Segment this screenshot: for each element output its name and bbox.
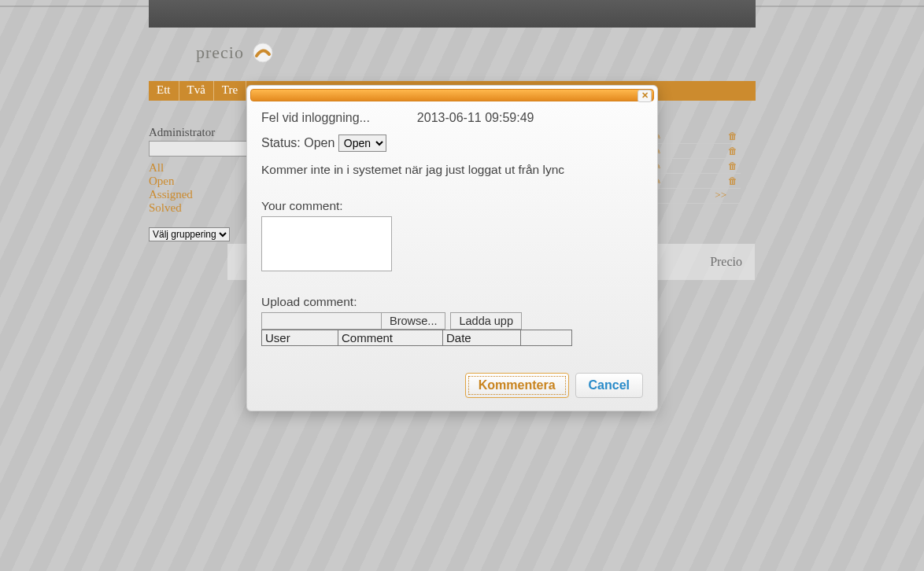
trash-icon[interactable]: 🗑: [728, 160, 737, 171]
ticket-rows-icons: ✎ 🗑 ✎ 🗑 ✎ 🗑 ✎ 🗑 >>: [652, 129, 741, 204]
brand-swirl-icon: [252, 42, 274, 64]
nav-item-tva[interactable]: Två: [179, 81, 214, 101]
grouping-select[interactable]: Välj gruppering: [149, 227, 230, 241]
filter-assigned[interactable]: Assigned: [149, 188, 251, 201]
filter-list: All Open Assigned Solved: [149, 161, 251, 215]
trash-icon[interactable]: 🗑: [728, 146, 737, 157]
status-line: Status: Open Open: [261, 134, 643, 152]
close-icon[interactable]: ✕: [638, 90, 652, 102]
dialog-body: Fel vid inloggning... 2013-06-11 09:59:4…: [247, 101, 657, 346]
th-user: User: [262, 330, 338, 346]
admin-label: Administrator: [149, 126, 251, 139]
cancel-button[interactable]: Cancel: [575, 373, 643, 398]
filter-solved[interactable]: Solved: [149, 201, 251, 215]
filter-all[interactable]: All: [149, 161, 251, 175]
dialog-description: Kommer inte in i systemet när jag just l…: [261, 163, 643, 177]
dialog-button-row: Kommentera Cancel: [465, 373, 643, 398]
pager-next[interactable]: >>: [652, 189, 741, 204]
submit-button[interactable]: Kommentera: [465, 373, 569, 398]
table-row: ✎ 🗑: [652, 129, 741, 144]
brand-name: precio: [196, 42, 244, 63]
status-value: Open: [304, 136, 334, 149]
ticket-dialog: ✕ Fel vid inloggning... 2013-06-11 09:59…: [246, 85, 658, 411]
th-comment: Comment: [338, 330, 443, 346]
logo-row: precio: [149, 28, 756, 81]
filter-open[interactable]: Open: [149, 175, 251, 188]
dialog-titlebar[interactable]: ✕: [250, 89, 654, 101]
dialog-title: Fel vid inloggning...: [261, 111, 370, 125]
th-empty: [521, 330, 572, 346]
sidebar: Administrator All Open Assigned Solved V…: [149, 126, 251, 241]
comment-label: Your comment:: [261, 199, 643, 213]
upload-row: Browse... Ladda upp: [261, 312, 643, 330]
status-select[interactable]: Open: [338, 134, 386, 152]
header-bar: [149, 0, 756, 28]
upload-button[interactable]: Ladda upp: [450, 312, 522, 330]
trash-icon[interactable]: 🗑: [728, 175, 737, 186]
browse-button[interactable]: Browse...: [382, 312, 445, 330]
nav-item-tre[interactable]: Tre: [214, 81, 246, 101]
table-row: ✎ 🗑: [652, 144, 741, 159]
trash-icon[interactable]: 🗑: [728, 131, 737, 142]
upload-label: Upload comment:: [261, 295, 643, 309]
dialog-timestamp: 2013-06-11 09:59:49: [417, 111, 534, 125]
search-input[interactable]: [149, 141, 254, 157]
nav-item-ett[interactable]: Ett: [149, 81, 179, 101]
status-label: Status:: [261, 136, 301, 149]
th-date: Date: [443, 330, 521, 346]
comments-table: User Comment Date: [261, 330, 572, 346]
comment-textarea[interactable]: [261, 216, 392, 271]
footer-brand: Precio: [710, 255, 742, 269]
file-path-display: [261, 312, 382, 330]
table-row: ✎ 🗑: [652, 174, 741, 189]
table-row: ✎ 🗑: [652, 159, 741, 174]
